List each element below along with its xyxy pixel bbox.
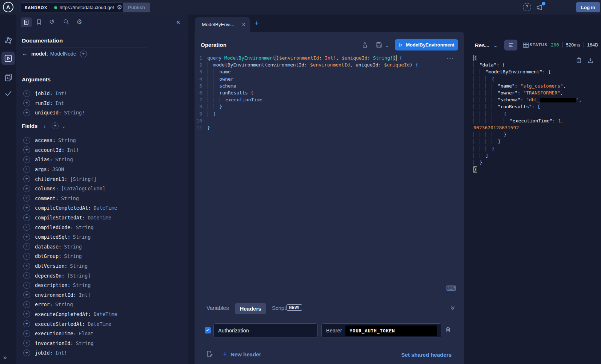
field-name[interactable]: dbtGroup:	[35, 253, 61, 259]
code-line[interactable]: 8 }	[195, 103, 458, 110]
field-row[interactable]: +jobId:Int!	[16, 89, 188, 98]
field-type[interactable]: [String!]	[70, 176, 96, 182]
code-line[interactable]: 9 }	[195, 110, 458, 117]
add-to-query-icon[interactable]: +	[23, 291, 30, 298]
add-to-query-icon[interactable]: +	[23, 272, 30, 279]
delete-header-trash-icon[interactable]	[445, 326, 452, 333]
field-row[interactable]: +dbtVersion:String	[16, 261, 188, 271]
code-line[interactable]: 10	[195, 117, 458, 124]
new-header-button[interactable]: + New header	[223, 350, 261, 358]
field-name[interactable]: access:	[35, 137, 56, 143]
add-to-query-icon[interactable]: +	[23, 185, 30, 192]
field-name[interactable]: invocationId:	[35, 340, 73, 346]
share-icon[interactable]	[361, 41, 368, 48]
field-name[interactable]: environmentId:	[35, 292, 76, 298]
field-type[interactable]: String	[76, 340, 94, 346]
field-row[interactable]: +dbtGroup:String	[16, 251, 188, 261]
edit-as-text-icon[interactable]	[206, 350, 213, 357]
field-name[interactable]: jobId:	[35, 90, 53, 96]
add-to-query-icon[interactable]: +	[23, 146, 30, 153]
field-name[interactable]: compileCompletedAt:	[35, 205, 91, 211]
bookmark-icon[interactable]	[36, 19, 42, 25]
field-type[interactable]: String!	[64, 110, 85, 116]
sandbox-badge[interactable]: SANDBOX	[21, 3, 51, 12]
field-type[interactable]: String	[64, 253, 82, 259]
code-line[interactable]: 11}	[195, 124, 458, 131]
field-type[interactable]: Int!	[67, 147, 79, 153]
save-dropdown-chevron-icon[interactable]: ⌄	[385, 43, 389, 48]
tab-script[interactable]: Script	[272, 305, 286, 311]
response-dropdown-chevron-icon[interactable]: ⌄	[493, 42, 498, 49]
explorer-play-icon[interactable]	[0, 54, 16, 63]
add-to-query-icon[interactable]: +	[23, 214, 30, 221]
tab-variables[interactable]: Variables	[207, 305, 229, 311]
field-row[interactable]: +args:JSON	[16, 165, 188, 174]
field-name[interactable]: error:	[35, 302, 53, 307]
add-to-query-icon[interactable]: +	[23, 263, 30, 270]
field-type[interactable]: Int!	[79, 292, 91, 298]
field-row[interactable]: +executeCompletedAt:DateTime	[16, 310, 188, 319]
field-row[interactable]: +description:String	[16, 280, 188, 290]
tab-headers[interactable]: Headers	[235, 303, 266, 314]
field-row[interactable]: +database:String	[16, 242, 188, 252]
add-to-query-icon[interactable]: +	[23, 320, 30, 327]
field-name[interactable]: compileStartedAt:	[35, 215, 85, 221]
history-icon[interactable]: ↺	[49, 18, 55, 26]
add-to-query-icon[interactable]: +	[23, 205, 30, 211]
help-icon[interactable]: ?	[523, 3, 531, 11]
field-type[interactable]: DateTime	[88, 321, 111, 327]
add-field-icon[interactable]: +	[80, 50, 87, 57]
field-name[interactable]: childrenL1:	[35, 176, 67, 182]
save-icon[interactable]	[376, 41, 382, 48]
editor-more-menu-icon[interactable]: •••	[447, 56, 454, 60]
field-type[interactable]: Int!	[55, 90, 67, 96]
field-name[interactable]: runId:	[35, 100, 53, 106]
schema-graph-icon[interactable]	[0, 36, 16, 44]
add-to-query-icon[interactable]: +	[23, 311, 30, 318]
field-row[interactable]: +executeStartedAt:DateTime	[16, 319, 188, 329]
field-row[interactable]: +environmentId:Int!	[16, 290, 188, 300]
formatted-view-toggle-icon[interactable]	[504, 40, 517, 50]
code-line[interactable]: 5 schema	[195, 82, 458, 89]
add-to-query-icon[interactable]: +	[23, 90, 30, 97]
field-name[interactable]: description:	[35, 282, 71, 288]
auth-token-value[interactable]: YOUR_AUTH_TOKEN	[345, 325, 437, 336]
back-arrow-icon[interactable]: ←	[22, 50, 28, 57]
field-type[interactable]: Float	[79, 331, 94, 336]
table-view-toggle-icon[interactable]	[522, 42, 529, 49]
field-name[interactable]: dbtVersion:	[35, 263, 67, 269]
field-name[interactable]: executeCompletedAt:	[35, 311, 91, 317]
set-shared-headers-link[interactable]: Set shared headers	[401, 352, 452, 358]
keyboard-shortcuts-icon[interactable]: ⌨	[446, 284, 456, 292]
breadcrumb-type[interactable]: ModelNode	[50, 51, 76, 57]
field-name[interactable]: database:	[35, 244, 61, 250]
field-row[interactable]: +compileStartedAt:DateTime	[16, 213, 188, 223]
field-name[interactable]: args:	[35, 166, 50, 172]
field-row[interactable]: +executionTime:Float	[16, 329, 188, 339]
apollo-logo-icon[interactable]: A	[3, 2, 13, 12]
field-row[interactable]: +childrenL1:[String!]	[16, 174, 188, 184]
field-type[interactable]: String	[55, 302, 73, 307]
add-to-query-icon[interactable]: +	[23, 243, 30, 250]
field-type[interactable]: String	[64, 244, 82, 250]
field-type[interactable]: [CatalogColumn]	[61, 186, 105, 191]
run-operation-button[interactable]: ModelByEnvironment	[395, 39, 458, 50]
field-type[interactable]: String	[70, 263, 88, 269]
field-row[interactable]: +jobId:Int!	[16, 348, 188, 358]
login-button[interactable]: Log in	[576, 2, 600, 12]
code-line[interactable]: 3 name	[195, 68, 458, 75]
field-name[interactable]: compiledCode:	[35, 225, 73, 230]
publish-button[interactable]: Publish	[123, 3, 150, 12]
collapse-docs-panel-icon[interactable]: «	[176, 18, 180, 26]
response-json[interactable]: { "data": { "modelByEnvironment": [ { "n…	[473, 54, 601, 173]
field-row[interactable]: +access:String	[16, 136, 188, 145]
field-row[interactable]: +compiledCode:String	[16, 222, 188, 232]
field-row[interactable]: +alias:String	[16, 155, 188, 165]
checks-icon[interactable]	[0, 89, 16, 97]
field-type[interactable]: Int!	[55, 350, 67, 356]
header-key-input[interactable]	[213, 323, 318, 338]
add-all-fields-icon[interactable]: +	[52, 122, 59, 129]
field-name[interactable]: jobId:	[35, 350, 53, 356]
field-name[interactable]: executionTime:	[35, 331, 76, 336]
code-line[interactable]: 7 executionTime	[195, 96, 458, 103]
